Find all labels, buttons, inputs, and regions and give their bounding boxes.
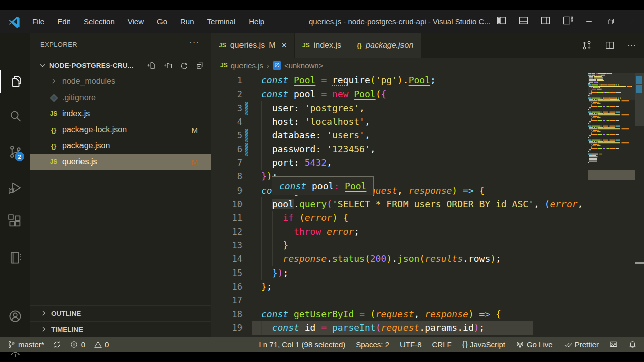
- split-editor-button[interactable]: [604, 40, 615, 51]
- token: (: [376, 88, 381, 99]
- token: =: [359, 309, 365, 319]
- open-changes-button[interactable]: [581, 40, 592, 51]
- layout-panel-button[interactable]: [518, 15, 529, 28]
- code-line-8: 8});: [211, 169, 588, 184]
- token: query: [299, 199, 327, 209]
- token: ): [468, 309, 474, 319]
- menu-terminal[interactable]: Terminal: [201, 10, 243, 33]
- layout-sidebar-right-button[interactable]: [540, 15, 551, 28]
- activity-source-control[interactable]: 2: [0, 140, 30, 164]
- token: 'postgres': [305, 103, 359, 113]
- file-row-node-modules[interactable]: node_modules: [30, 73, 211, 89]
- restore-button[interactable]: [600, 10, 622, 33]
- file-row--gitignore[interactable]: .gitignore: [30, 89, 211, 106]
- tab-queries-js[interactable]: JSqueries.jsM×: [211, 33, 294, 58]
- run-debug-icon: [8, 180, 23, 195]
- chevron-right-icon: [40, 310, 47, 317]
- token: .: [392, 253, 397, 264]
- menu-edit[interactable]: Edit: [51, 10, 77, 33]
- status-label: 0: [105, 340, 109, 349]
- breadcrumb[interactable]: JS queries.js › ∅ <unknown>: [211, 58, 644, 73]
- activity-explorer[interactable]: [0, 69, 30, 94]
- timeline-section-header[interactable]: TIMELINE: [30, 321, 211, 337]
- file-row-package-lock-json[interactable]: {}package-lock.jsonM: [30, 122, 211, 138]
- token: ,: [578, 199, 583, 209]
- status-bell[interactable]: [628, 340, 637, 349]
- status-master[interactable]: master*: [7, 340, 44, 349]
- close-icon[interactable]: ×: [282, 41, 287, 50]
- breadcrumb-file[interactable]: queries.js: [231, 61, 263, 70]
- project-section-header[interactable]: NODE-POSTGRES-CRU...: [30, 58, 211, 73]
- status-ln-71-col-1-98-selected[interactable]: Ln 71, Col 1 (98 selected): [259, 340, 345, 349]
- token: [327, 88, 332, 99]
- outline-section-header[interactable]: OUTLINE: [30, 305, 211, 321]
- explorer-more-actions-button[interactable]: ···: [189, 38, 199, 48]
- token: password: [272, 144, 316, 154]
- gitignore-file-icon: [48, 95, 59, 101]
- status-go-live[interactable]: Go Live: [516, 340, 553, 349]
- token: (: [545, 199, 550, 209]
- token: ;: [267, 281, 272, 292]
- check-double-icon: [564, 340, 572, 349]
- code-editor[interactable]: 1const Pool = require('pg').Pool;2const …: [211, 73, 644, 336]
- activity-run-debug[interactable]: [0, 175, 30, 200]
- selection-mark: [635, 262, 644, 264]
- new-file-button[interactable]: [147, 61, 156, 70]
- menu-selection[interactable]: Selection: [77, 10, 121, 33]
- layout-customize-button[interactable]: [562, 15, 574, 28]
- close-button[interactable]: [622, 10, 644, 33]
- timeline-label: TIMELINE: [51, 326, 83, 333]
- code-line-7: 7 port: 5432,: [211, 156, 588, 170]
- menu-go[interactable]: Go: [150, 10, 174, 33]
- menu-help[interactable]: Help: [242, 10, 271, 33]
- code-line-10: 10 pool.query('SELECT * FROM users ORDER…: [211, 197, 588, 211]
- menu-view[interactable]: View: [121, 10, 150, 33]
- status-feedback[interactable]: [609, 340, 618, 349]
- code-text: response.status(200).json(results.rows);: [261, 252, 501, 266]
- status-label: master*: [18, 340, 44, 349]
- workbench: 2 EXPLORER ··· NODE-POSTGRES-CRU... node…: [0, 33, 644, 337]
- new-folder-button[interactable]: [164, 61, 172, 70]
- collapse-all-button[interactable]: [196, 61, 204, 70]
- minimap[interactable]: [588, 73, 635, 336]
- status-utf-8[interactable]: UTF-8: [400, 340, 422, 349]
- breadcrumb-symbol[interactable]: <unknown>: [284, 61, 324, 70]
- status-javascript[interactable]: { }JavaScript: [462, 340, 505, 349]
- git-modified-badge: M: [192, 158, 198, 166]
- token: Pool: [345, 180, 366, 191]
- scrollbar[interactable]: [635, 73, 644, 336]
- minimize-button[interactable]: [578, 10, 600, 33]
- file-row-package-json[interactable]: {}package.json: [30, 138, 211, 154]
- file-row-index-js[interactable]: JSindex.js: [30, 106, 211, 122]
- token: parseInt: [332, 322, 376, 333]
- tab-package-json[interactable]: {}package.json: [349, 33, 421, 58]
- activity-search[interactable]: [0, 104, 30, 128]
- refresh-button[interactable]: [180, 61, 188, 70]
- status-0[interactable]: 0: [70, 340, 85, 349]
- menu-file[interactable]: File: [26, 10, 51, 33]
- activity-notebook[interactable]: [0, 246, 30, 270]
- activity-extensions[interactable]: [0, 209, 30, 233]
- activity-accounts[interactable]: [0, 304, 30, 328]
- warning-icon: [94, 340, 102, 349]
- file-row-queries-js[interactable]: JSqueries.jsM: [30, 154, 211, 170]
- tab-index-js[interactable]: JSindex.js: [295, 33, 349, 58]
- menu-run[interactable]: Run: [174, 10, 201, 33]
- status-label: Prettier: [575, 340, 599, 349]
- token: port: [272, 157, 294, 168]
- chevron-right-icon: [48, 78, 59, 85]
- git-branch-icon: [7, 340, 16, 349]
- file-label: package-lock.json: [62, 125, 127, 134]
- token: =: [321, 75, 327, 85]
- hover-tooltip: const pool: Pool: [272, 176, 374, 195]
- token: [288, 88, 294, 99]
- status-sync[interactable]: [53, 340, 61, 349]
- status-prettier[interactable]: Prettier: [564, 340, 599, 349]
- status-crlf[interactable]: CRLF: [432, 340, 451, 349]
- status-0[interactable]: 0: [94, 340, 109, 349]
- more-actions-button[interactable]: ···: [627, 40, 636, 50]
- token: id: [463, 322, 474, 333]
- status-spaces-2[interactable]: Spaces: 2: [356, 340, 389, 349]
- layout-sidebar-left-button[interactable]: [496, 15, 507, 28]
- code-line-2: 2const pool = new Pool({: [211, 87, 588, 101]
